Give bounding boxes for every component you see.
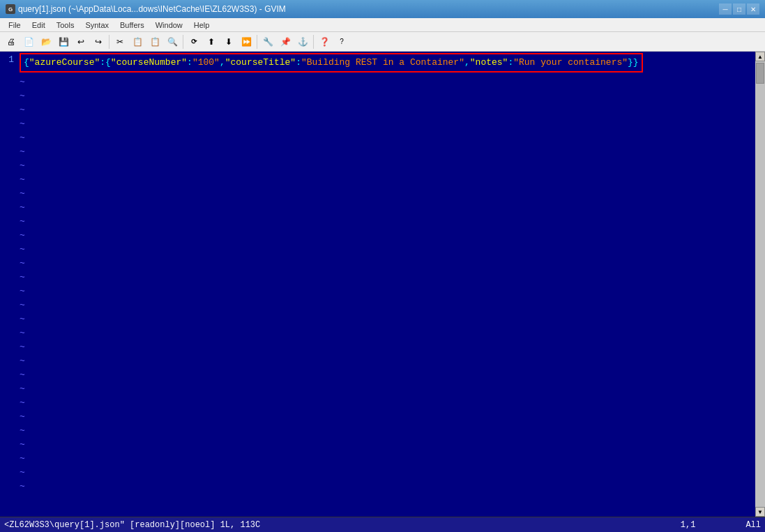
gvim-menu-syntax[interactable]: Syntax [79, 20, 114, 30]
gvim-tb-new[interactable]: 📄 [20, 34, 37, 50]
gvim-menu-window[interactable]: Window [150, 20, 188, 30]
gvim-tb-save[interactable]: 💾 [55, 34, 72, 50]
gvim-scroll-pos: All [745, 520, 761, 530]
gvim-highlighted-content: {"azureCourse":{"courseNumber":"100","co… [20, 53, 643, 73]
main-container: Project Explorer ✕ ▶ 📁 AzureC... ▶ 📦 com… [0, 53, 765, 515]
gvim-title: query[1].json (~\AppData\Loca...dows\INe… [18, 4, 286, 14]
gvim-menu-file[interactable]: File [3, 20, 26, 30]
gvim-menu-help[interactable]: Help [188, 20, 215, 30]
gvim-controls: ─ □ ✕ [719, 3, 759, 15]
scrollbar-thumb[interactable] [756, 63, 764, 84]
gvim-tb-replace[interactable]: ⟳ [185, 34, 202, 50]
gvim-tb-cut[interactable]: ✂ [112, 34, 128, 50]
line-num-1: 1 [0, 53, 14, 67]
gvim-tb-anchor[interactable]: ⚓ [294, 34, 311, 50]
gvim-tb-help[interactable]: ❓ [316, 34, 333, 50]
gvim-titlebar: G query[1].json (~\AppData\Loca...dows\I… [0, 0, 765, 18]
gvim-tb-next[interactable]: ⬇ [220, 34, 237, 50]
gvim-status-bar: <ZL62W3S3\query[1].json" [readonly][noeo… [0, 517, 765, 532]
gvim-cursor-pos: 1,1 [681, 520, 696, 530]
gvim-tb-macro[interactable]: 🔧 [259, 34, 276, 50]
gvim-tb-print[interactable]: 🖨 [3, 34, 20, 50]
gvim-dialog: G query[1].json (~\AppData\Loca...dows\I… [0, 0, 765, 532]
gvim-tb-open[interactable]: 📂 [38, 34, 54, 50]
gvim-content: 1 {"azureCourse":{"courseNumber":"100","… [0, 52, 765, 517]
scrollbar-down[interactable]: ▼ [755, 507, 765, 517]
gvim-tb-redo[interactable]: ↪ [90, 34, 107, 50]
gvim-icon: G [6, 4, 15, 14]
gvim-menu-buffers[interactable]: Buffers [114, 20, 150, 30]
gvim-toolbar-sep2 [183, 35, 183, 49]
gvim-text-area[interactable]: {"azureCourse":{"courseNumber":"100","co… [17, 52, 755, 517]
gvim-minimize[interactable]: ─ [719, 3, 732, 15]
gvim-maximize[interactable]: □ [733, 3, 745, 15]
gvim-menu: File Edit Tools Syntax Buffers Window He… [0, 18, 765, 32]
gvim-tb-bookmark[interactable]: 📌 [277, 34, 294, 50]
gvim-status-right: 1,1 All [681, 520, 761, 530]
gvim-toolbar-sep1 [109, 35, 109, 49]
scrollbar-up[interactable]: ▲ [755, 52, 765, 61]
tilde-lines: ~~~ ~~~ ~~~ ~~~ ~~~ ~~~ ~~~ ~~~ ~~~ ~~~ [20, 75, 752, 494]
gvim-tb-paste[interactable]: 📋 [146, 34, 163, 50]
gvim-tb-copy[interactable]: 📋 [129, 34, 146, 50]
gvim-title-left: G query[1].json (~\AppData\Loca...dows\I… [6, 4, 286, 14]
gvim-toolbar-sep3 [257, 35, 257, 49]
gvim-tb-prev[interactable]: ⬆ [203, 34, 220, 50]
gvim-tb-forward[interactable]: ⏩ [238, 34, 255, 50]
gvim-scrollbar[interactable]: ▲ ▼ [755, 52, 765, 517]
gvim-menu-tools[interactable]: Tools [51, 20, 80, 30]
gvim-close[interactable]: ✕ [747, 3, 759, 15]
gvim-toolbar-sep4 [313, 35, 314, 49]
gvim-status-left: <ZL62W3S3\query[1].json" [readonly][noeo… [4, 520, 260, 530]
gvim-tb-undo[interactable]: ↩ [73, 34, 89, 50]
gvim-line-numbers: 1 [0, 52, 17, 517]
gvim-tb-find[interactable]: 🔍 [164, 34, 181, 50]
gvim-menu-edit[interactable]: Edit [26, 20, 51, 30]
gvim-tb-help2[interactable]: ? [333, 34, 350, 50]
gvim-toolbar: 🖨 📄 📂 💾 ↩ ↪ ✂ 📋 📋 🔍 ⟳ ⬆ ⬇ ⏩ 🔧 📌 ⚓ ❓ ? [0, 32, 765, 52]
